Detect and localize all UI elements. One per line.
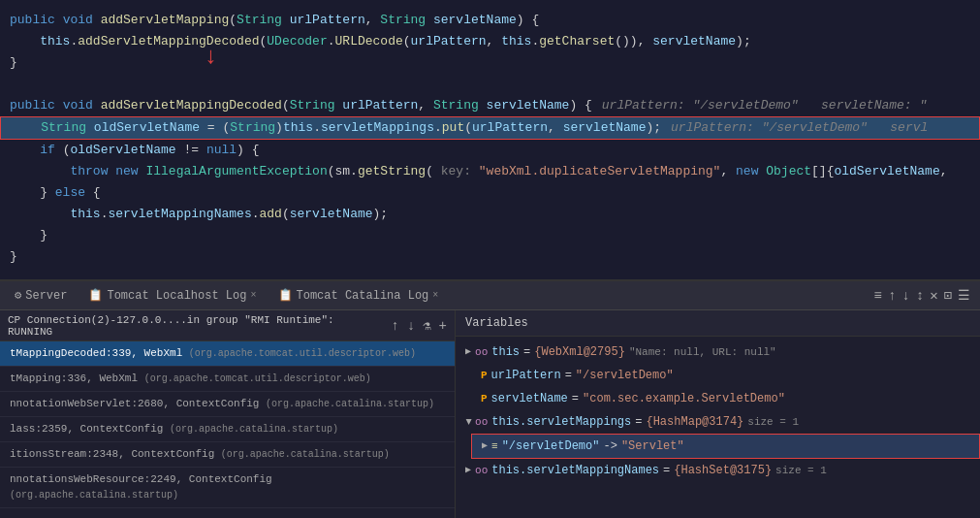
var-item-this[interactable]: ▶ oo this = {WebXml@2795} "Name: null, U… (456, 340, 980, 364)
code-text: != (176, 140, 206, 161)
code-line-2: this . addServletMappingDecoded ( UDecod… (0, 31, 980, 52)
tab-server[interactable]: ⚙ Server (5, 284, 77, 307)
var-item-servletMappingNames[interactable]: ▶ oo this.servletMappingNames = {HashSet… (456, 459, 980, 482)
toolbar-btn-down[interactable]: ↓ (407, 318, 415, 334)
var-item-servletMappings[interactable]: ▶ oo this.servletMappings = {HashMap@317… (456, 410, 980, 434)
code-text (10, 204, 70, 225)
var-name-servletMappings: this.servletMappings (491, 413, 631, 431)
keyword-else: else (55, 182, 85, 204)
method-name: put (442, 117, 464, 139)
code-text: ( (282, 95, 290, 116)
var-item-urlPattern[interactable]: P urlPattern = "/servletDemo" (456, 364, 980, 387)
code-text: ( (464, 117, 472, 139)
tab-icon: 📋 (88, 288, 103, 303)
var-value-entry: "Servlet" (621, 437, 684, 455)
code-text: , (940, 161, 948, 182)
param-name: urlPattern (290, 10, 365, 31)
toolbar-icon-up[interactable]: ↑ (888, 288, 896, 304)
code-text: ) { (517, 10, 539, 31)
code-text (282, 10, 290, 31)
inline-hint-urlpattern: urlPattern: "/servletDemo" servletName: … (602, 95, 927, 116)
toolbar-icon-updown[interactable]: ↕ (916, 288, 924, 304)
code-text: , (487, 31, 502, 52)
var-icon-eq: ≡ (491, 437, 498, 455)
code-text: . (252, 204, 260, 225)
stack-file-4: (org.apache.catalina.startup) (170, 424, 338, 435)
tab-catalina-close[interactable]: × (432, 290, 438, 301)
variables-list: ▶ oo this = {WebXml@2795} "Name: null, U… (456, 337, 980, 518)
code-text: servletMappingNames (108, 204, 251, 225)
toolbar-icon-close[interactable]: ✕ (930, 287, 937, 304)
stack-item-5[interactable]: itionsStream:2348, ContextConfig (org.ap… (0, 442, 455, 468)
toolbar-btn-up[interactable]: ↑ (391, 318, 398, 334)
type-string: String (237, 10, 282, 31)
toolbar-btn-filter[interactable]: ⚗ (423, 317, 430, 334)
stack-item-3[interactable]: nnotationWebServlet:2680, ContextConfig … (0, 392, 455, 417)
tab-toolbar-icons: ≡ ↑ ↓ ↕ ✕ ⊡ ☰ (874, 287, 976, 304)
code-text: , (720, 161, 736, 182)
tab-catalina-label: Tomcat Catalina Log (297, 289, 429, 303)
var-arrow-entry: -> (603, 437, 616, 455)
code-text: urlPattern (411, 31, 487, 52)
stack-item-6[interactable]: nnotationsWebResource:2249, ContextConfi… (0, 468, 455, 508)
code-line-11: } (0, 225, 980, 246)
code-text: } (10, 52, 17, 74)
code-block: public void addServletMapping ( String u… (0, 0, 980, 277)
expand-arrow-entry: ▶ (482, 437, 488, 455)
code-text: UDecoder (267, 31, 327, 52)
code-line-7: if ( oldServletName != null ) { (0, 140, 980, 161)
var-name-urlPattern: urlPattern (491, 367, 561, 384)
stack-item-1[interactable]: tMappingDecoded:339, WebXml (org.apache.… (0, 341, 455, 367)
var-item-servletDemo-entry[interactable]: ▶ ≡ "/servletDemo" -> "Servlet" (471, 434, 980, 459)
code-text: servletName (563, 117, 647, 139)
code-text: { (85, 182, 101, 204)
code-text (108, 161, 115, 182)
code-text (335, 95, 343, 116)
code-text: ()), (615, 31, 652, 52)
method-name: addServletMappingDecoded (78, 31, 259, 52)
code-line-6: String oldServletName = ( String ) this … (0, 116, 980, 140)
debug-tabs-bar: ⚙ Server 📋 Tomcat Localhost Log × 📋 Tomc… (0, 281, 980, 310)
param-name: servletName (487, 95, 570, 116)
toolbar-icon-download[interactable]: ↓ (901, 288, 909, 304)
code-text: ( (282, 204, 290, 225)
var-item-servletName[interactable]: P servletName = "com.sec.example.Servlet… (456, 387, 980, 410)
tab-catalina-log[interactable]: 📋 Tomcat Catalina Log × (269, 284, 449, 307)
method-name: getString (358, 161, 426, 182)
var-name: oldServletName (94, 117, 200, 139)
code-text: . (101, 204, 109, 225)
toolbar-icon-bars[interactable]: ☰ (958, 287, 970, 304)
var-equals-servletMappings: = (635, 413, 642, 431)
stack-file-2: (org.apache.tomcat.util.descriptor.web) (144, 373, 371, 384)
inline-hint-selected: urlPattern: "/servletDemo" servl (671, 117, 928, 139)
var-value-mappingNames: {HashSet@3175} (674, 462, 772, 479)
type-cast: String (230, 117, 275, 139)
type-object: Object (766, 161, 811, 182)
code-text (758, 161, 766, 182)
code-text: ( (426, 161, 441, 182)
type-string: String (41, 117, 86, 139)
toolbar-icon-grid[interactable]: ⊡ (944, 287, 952, 304)
code-text: } (10, 225, 47, 246)
tab-localhost-close[interactable]: × (250, 290, 256, 301)
toolbar-btn-add[interactable]: + (439, 318, 447, 334)
keyword-public: public (10, 95, 55, 116)
tab-localhost-log[interactable]: 📋 Tomcat Localhost Log × (79, 284, 266, 307)
code-editor: public void addServletMapping ( String u… (0, 0, 980, 281)
code-text: = ( (200, 117, 230, 139)
stack-item-2[interactable]: tMapping:336, WebXml (org.apache.tomcat.… (0, 367, 455, 392)
method-name: add (260, 204, 282, 225)
code-text: ) (275, 117, 283, 139)
code-text: ( (259, 31, 267, 52)
code-text (10, 31, 40, 52)
code-text: ( (55, 140, 71, 161)
stack-item-4[interactable]: lass:2359, ContextConfig (org.apache.cat… (0, 417, 455, 442)
expand-arrow-this: ▶ (465, 343, 471, 361)
stack-file-6: (org.apache.catalina.startup) (10, 490, 178, 501)
code-line-5: public void addServletMappingDecoded ( S… (0, 95, 980, 116)
code-text: } (10, 182, 55, 204)
var-equals-servletName: = (572, 390, 579, 407)
toolbar-icon-menu[interactable]: ≡ (874, 288, 882, 304)
code-line-1: public void addServletMapping ( String u… (0, 10, 980, 31)
var-equals-mappingNames: = (663, 462, 670, 479)
